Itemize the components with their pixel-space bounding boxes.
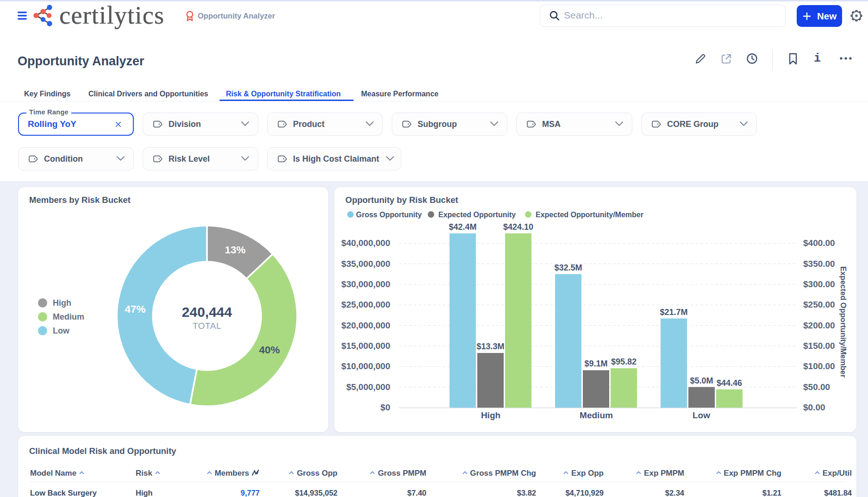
- svg-text:$0: $0: [381, 403, 390, 412]
- svg-text:$0.00: $0.00: [803, 403, 825, 412]
- svg-text:$15,000,000: $15,000,000: [341, 341, 390, 351]
- svg-text:$300.00: $300.00: [803, 279, 835, 289]
- svg-text:Gross Opportunity: Gross Opportunity: [356, 211, 422, 219]
- svg-text:$20,000,000: $20,000,000: [341, 321, 390, 330]
- svg-text:$95.82: $95.82: [611, 357, 637, 366]
- svg-text:$25,000,000: $25,000,000: [341, 300, 390, 309]
- svg-text:$10,000,000: $10,000,000: [341, 361, 390, 371]
- svg-text:13%: 13%: [225, 244, 245, 256]
- svg-text:$32.5M: $32.5M: [554, 263, 582, 272]
- svg-text:240,444: 240,444: [182, 304, 232, 320]
- svg-text:Low: Low: [53, 326, 70, 335]
- svg-text:47%: 47%: [125, 303, 145, 315]
- svg-text:Expected Opportunity: Expected Opportunity: [438, 211, 516, 219]
- svg-text:$13.3M: $13.3M: [476, 342, 504, 351]
- svg-text:$30,000,000: $30,000,000: [341, 279, 390, 289]
- svg-text:$44.46: $44.46: [717, 378, 742, 388]
- svg-text:$250.00: $250.00: [803, 300, 835, 309]
- svg-text:40%: 40%: [259, 344, 280, 356]
- svg-text:$50.00: $50.00: [803, 382, 830, 392]
- svg-text:$40,000,000: $40,000,000: [341, 238, 390, 248]
- svg-text:High: High: [481, 410, 500, 420]
- svg-text:TOTAL: TOTAL: [193, 321, 221, 331]
- svg-text:$150.00: $150.00: [803, 341, 835, 351]
- svg-text:Medium: Medium: [53, 312, 84, 321]
- svg-text:High: High: [53, 298, 71, 308]
- svg-text:$9.1M: $9.1M: [584, 359, 607, 368]
- svg-text:$424.10: $424.10: [503, 222, 533, 232]
- svg-text:Expected Opportunity/Member: Expected Opportunity/Member: [839, 266, 848, 378]
- svg-text:$5,000,000: $5,000,000: [346, 382, 390, 392]
- svg-text:Expected Opportunity/Member: Expected Opportunity/Member: [536, 211, 643, 219]
- svg-text:$35,000,000: $35,000,000: [341, 259, 390, 269]
- svg-text:$100.00: $100.00: [803, 361, 835, 371]
- svg-text:Medium: Medium: [580, 410, 613, 420]
- svg-text:$21.7M: $21.7M: [660, 308, 687, 317]
- svg-text:Low: Low: [693, 410, 710, 420]
- svg-text:$400.00: $400.00: [803, 238, 835, 248]
- svg-text:$5.0M: $5.0M: [690, 376, 713, 385]
- svg-text:$350.00: $350.00: [803, 259, 835, 269]
- svg-text:$200.00: $200.00: [803, 321, 835, 330]
- svg-text:$42.4M: $42.4M: [449, 222, 476, 232]
